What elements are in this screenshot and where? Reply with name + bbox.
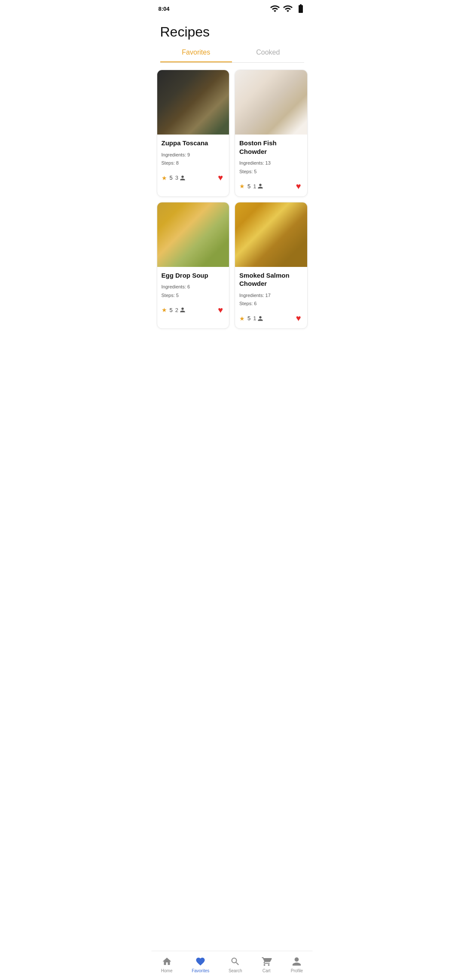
ingredients-label-salmon: Ingredients: 17 bbox=[239, 293, 271, 298]
profile-nav-icon bbox=[292, 956, 302, 967]
heart-icon-egg-drop: ♥ bbox=[218, 305, 223, 315]
recipe-image-salmon bbox=[235, 202, 307, 267]
user-count-zuppa: 3 bbox=[175, 175, 186, 181]
signal-icon bbox=[283, 3, 293, 14]
recipe-info-egg-drop: Egg Drop Soup Ingredients: 6 Steps: 5 ★ … bbox=[157, 267, 229, 320]
steps-label-boston: Steps: 5 bbox=[239, 169, 256, 174]
user-count-number-boston: 1 bbox=[253, 183, 256, 190]
recipe-meta-boston: Ingredients: 13 Steps: 5 bbox=[239, 159, 303, 176]
user-icon-egg-drop bbox=[180, 307, 186, 313]
recipe-name-boston: Boston Fish Chowder bbox=[239, 139, 303, 156]
rating-salmon: 5 bbox=[247, 315, 250, 322]
star-icon-egg-drop: ★ bbox=[162, 306, 167, 313]
recipe-card-boston-fish-chowder[interactable]: Boston Fish Chowder Ingredients: 13 Step… bbox=[235, 70, 308, 197]
page-title: Recipes bbox=[152, 17, 313, 43]
recipe-info-boston: Boston Fish Chowder Ingredients: 13 Step… bbox=[235, 135, 307, 196]
nav-label-profile: Profile bbox=[291, 968, 303, 973]
time-display: 8:04 bbox=[159, 6, 170, 12]
cart-nav-icon bbox=[261, 956, 272, 967]
recipe-stats-boston: ★ 5 1 bbox=[239, 183, 263, 190]
nav-item-search[interactable]: Search bbox=[222, 955, 249, 975]
recipe-meta-zuppa-toscana: Ingredients: 9 Steps: 8 bbox=[162, 151, 225, 168]
nav-label-cart: Cart bbox=[263, 968, 271, 973]
nav-label-favorites: Favorites bbox=[192, 968, 209, 973]
favorite-button-salmon[interactable]: ♥ bbox=[294, 312, 303, 325]
rating-egg-drop: 5 bbox=[170, 307, 173, 313]
user-icon-boston bbox=[257, 183, 263, 189]
bottom-nav: Home Favorites Search Cart Profile bbox=[152, 951, 313, 980]
status-bar: 8:04 bbox=[152, 0, 313, 17]
recipe-stats-zuppa: ★ 5 3 bbox=[162, 175, 186, 181]
favorite-button-egg-drop[interactable]: ♥ bbox=[216, 303, 225, 317]
user-count-salmon: 1 bbox=[253, 315, 263, 322]
home-icon bbox=[162, 956, 172, 967]
heart-icon-boston: ♥ bbox=[296, 181, 301, 191]
user-count-number-egg-drop: 2 bbox=[175, 307, 178, 313]
ingredients-label-zuppa: Ingredients: 9 bbox=[162, 152, 190, 157]
star-icon-salmon: ★ bbox=[239, 315, 245, 322]
user-count-number-zuppa: 3 bbox=[175, 175, 178, 181]
recipe-footer-salmon: ★ 5 1 ♥ bbox=[239, 312, 303, 325]
recipe-footer-egg-drop: ★ 5 2 ♥ bbox=[162, 303, 225, 317]
recipe-meta-egg-drop: Ingredients: 6 Steps: 5 bbox=[162, 283, 225, 300]
heart-icon-zuppa: ♥ bbox=[218, 173, 223, 182]
recipe-card-smoked-salmon-chowder[interactable]: Smoked Salmon Chowder Ingredients: 17 St… bbox=[235, 202, 308, 329]
recipe-footer-zuppa-toscana: ★ 5 3 ♥ bbox=[162, 171, 225, 184]
recipe-card-zuppa-toscana[interactable]: Zuppa Toscana Ingredients: 9 Steps: 8 ★ … bbox=[157, 70, 230, 197]
nav-item-profile[interactable]: Profile bbox=[284, 955, 310, 975]
status-icons bbox=[270, 3, 306, 14]
recipe-name-egg-drop: Egg Drop Soup bbox=[162, 271, 225, 280]
recipe-meta-salmon: Ingredients: 17 Steps: 6 bbox=[239, 291, 303, 309]
tab-cooked[interactable]: Cooked bbox=[232, 43, 304, 62]
recipe-info-salmon: Smoked Salmon Chowder Ingredients: 17 St… bbox=[235, 267, 307, 329]
recipe-footer-boston: ★ 5 1 ♥ bbox=[239, 180, 303, 193]
star-icon-boston: ★ bbox=[239, 183, 245, 190]
nav-label-home: Home bbox=[161, 968, 173, 973]
user-count-egg-drop: 2 bbox=[175, 307, 186, 313]
user-icon-salmon bbox=[257, 315, 263, 322]
nav-label-search: Search bbox=[229, 968, 242, 973]
recipe-name-salmon: Smoked Salmon Chowder bbox=[239, 271, 303, 288]
favorite-button-zuppa[interactable]: ♥ bbox=[216, 171, 225, 184]
recipe-stats-egg-drop: ★ 5 2 bbox=[162, 306, 186, 313]
steps-label-zuppa: Steps: 8 bbox=[162, 160, 179, 165]
wifi-icon bbox=[270, 3, 280, 14]
nav-item-favorites[interactable]: Favorites bbox=[185, 955, 216, 975]
rating-boston: 5 bbox=[247, 183, 250, 190]
user-count-number-salmon: 1 bbox=[253, 315, 256, 322]
steps-label-salmon: Steps: 6 bbox=[239, 301, 256, 306]
recipe-image-zuppa-toscana bbox=[157, 70, 229, 135]
nav-item-home[interactable]: Home bbox=[154, 955, 180, 975]
favorite-button-boston[interactable]: ♥ bbox=[294, 180, 303, 193]
recipe-card-egg-drop-soup[interactable]: Egg Drop Soup Ingredients: 6 Steps: 5 ★ … bbox=[157, 202, 230, 329]
steps-label-egg-drop: Steps: 5 bbox=[162, 293, 179, 298]
search-nav-icon bbox=[230, 956, 241, 967]
battery-icon bbox=[296, 3, 306, 14]
rating-zuppa: 5 bbox=[170, 175, 173, 181]
recipe-stats-salmon: ★ 5 1 bbox=[239, 315, 263, 322]
ingredients-label-egg-drop: Ingredients: 6 bbox=[162, 284, 190, 289]
recipe-grid: Zuppa Toscana Ingredients: 9 Steps: 8 ★ … bbox=[152, 63, 313, 363]
recipe-info-zuppa-toscana: Zuppa Toscana Ingredients: 9 Steps: 8 ★ … bbox=[157, 135, 229, 188]
favorites-nav-icon bbox=[195, 956, 206, 967]
tabs-container: Favorites Cooked bbox=[160, 43, 304, 63]
nav-item-cart[interactable]: Cart bbox=[254, 955, 278, 975]
heart-icon-salmon: ♥ bbox=[296, 313, 301, 323]
recipe-image-boston bbox=[235, 70, 307, 135]
user-count-boston: 1 bbox=[253, 183, 263, 190]
ingredients-label-boston: Ingredients: 13 bbox=[239, 160, 271, 165]
recipe-image-egg-drop bbox=[157, 202, 229, 267]
user-icon-zuppa bbox=[180, 175, 186, 181]
recipe-name-zuppa-toscana: Zuppa Toscana bbox=[162, 139, 225, 147]
tab-favorites[interactable]: Favorites bbox=[160, 43, 232, 62]
star-icon-zuppa: ★ bbox=[162, 175, 167, 181]
